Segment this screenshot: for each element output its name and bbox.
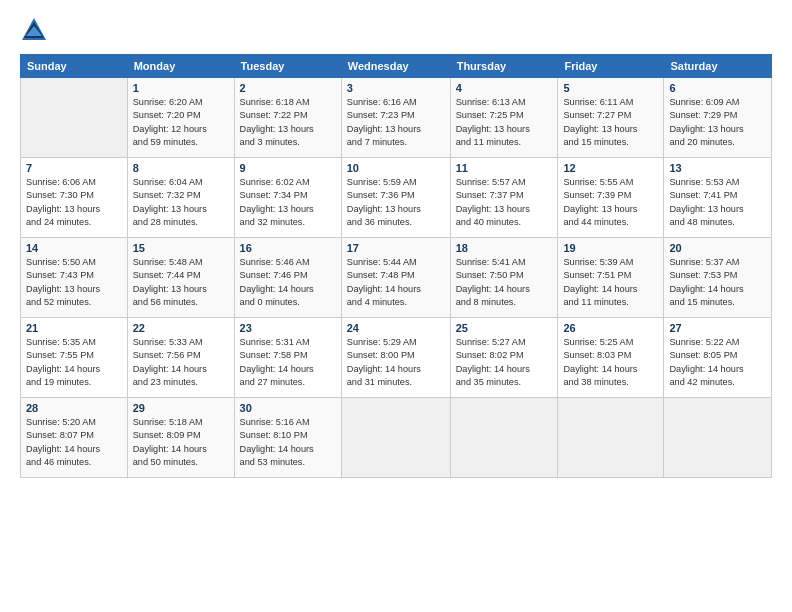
calendar-header-row: SundayMondayTuesdayWednesdayThursdayFrid…: [21, 55, 772, 78]
day-info: Sunrise: 6:11 AM Sunset: 7:27 PM Dayligh…: [563, 96, 658, 149]
calendar-cell: 17Sunrise: 5:44 AM Sunset: 7:48 PM Dayli…: [341, 238, 450, 318]
day-number: 6: [669, 82, 766, 94]
calendar-day-header: Saturday: [664, 55, 772, 78]
calendar-week-row: 7Sunrise: 6:06 AM Sunset: 7:30 PM Daylig…: [21, 158, 772, 238]
calendar-cell: [341, 398, 450, 478]
calendar-day-header: Wednesday: [341, 55, 450, 78]
day-number: 9: [240, 162, 336, 174]
day-number: 3: [347, 82, 445, 94]
day-number: 21: [26, 322, 122, 334]
page: SundayMondayTuesdayWednesdayThursdayFrid…: [0, 0, 792, 612]
day-info: Sunrise: 5:46 AM Sunset: 7:46 PM Dayligh…: [240, 256, 336, 309]
calendar-week-row: 14Sunrise: 5:50 AM Sunset: 7:43 PM Dayli…: [21, 238, 772, 318]
calendar-cell: 7Sunrise: 6:06 AM Sunset: 7:30 PM Daylig…: [21, 158, 128, 238]
calendar-day-header: Monday: [127, 55, 234, 78]
calendar-cell: 19Sunrise: 5:39 AM Sunset: 7:51 PM Dayli…: [558, 238, 664, 318]
day-number: 13: [669, 162, 766, 174]
day-number: 17: [347, 242, 445, 254]
calendar-cell: 30Sunrise: 5:16 AM Sunset: 8:10 PM Dayli…: [234, 398, 341, 478]
calendar-cell: 22Sunrise: 5:33 AM Sunset: 7:56 PM Dayli…: [127, 318, 234, 398]
day-number: 25: [456, 322, 553, 334]
calendar-cell: 18Sunrise: 5:41 AM Sunset: 7:50 PM Dayli…: [450, 238, 558, 318]
calendar-cell: 6Sunrise: 6:09 AM Sunset: 7:29 PM Daylig…: [664, 78, 772, 158]
day-info: Sunrise: 5:48 AM Sunset: 7:44 PM Dayligh…: [133, 256, 229, 309]
day-info: Sunrise: 5:29 AM Sunset: 8:00 PM Dayligh…: [347, 336, 445, 389]
calendar-cell: 16Sunrise: 5:46 AM Sunset: 7:46 PM Dayli…: [234, 238, 341, 318]
calendar-table: SundayMondayTuesdayWednesdayThursdayFrid…: [20, 54, 772, 478]
day-number: 2: [240, 82, 336, 94]
calendar-week-row: 21Sunrise: 5:35 AM Sunset: 7:55 PM Dayli…: [21, 318, 772, 398]
day-info: Sunrise: 5:33 AM Sunset: 7:56 PM Dayligh…: [133, 336, 229, 389]
day-number: 15: [133, 242, 229, 254]
day-number: 30: [240, 402, 336, 414]
day-info: Sunrise: 6:02 AM Sunset: 7:34 PM Dayligh…: [240, 176, 336, 229]
day-info: Sunrise: 6:16 AM Sunset: 7:23 PM Dayligh…: [347, 96, 445, 149]
calendar-day-header: Thursday: [450, 55, 558, 78]
calendar-week-row: 28Sunrise: 5:20 AM Sunset: 8:07 PM Dayli…: [21, 398, 772, 478]
calendar-cell: 10Sunrise: 5:59 AM Sunset: 7:36 PM Dayli…: [341, 158, 450, 238]
day-number: 14: [26, 242, 122, 254]
day-info: Sunrise: 5:59 AM Sunset: 7:36 PM Dayligh…: [347, 176, 445, 229]
calendar-day-header: Tuesday: [234, 55, 341, 78]
day-number: 1: [133, 82, 229, 94]
calendar-week-row: 1Sunrise: 6:20 AM Sunset: 7:20 PM Daylig…: [21, 78, 772, 158]
calendar-cell: 15Sunrise: 5:48 AM Sunset: 7:44 PM Dayli…: [127, 238, 234, 318]
calendar-cell: 20Sunrise: 5:37 AM Sunset: 7:53 PM Dayli…: [664, 238, 772, 318]
day-number: 16: [240, 242, 336, 254]
calendar-cell: [558, 398, 664, 478]
logo: [20, 16, 52, 44]
day-number: 7: [26, 162, 122, 174]
calendar-cell: 26Sunrise: 5:25 AM Sunset: 8:03 PM Dayli…: [558, 318, 664, 398]
day-info: Sunrise: 5:16 AM Sunset: 8:10 PM Dayligh…: [240, 416, 336, 469]
day-info: Sunrise: 6:06 AM Sunset: 7:30 PM Dayligh…: [26, 176, 122, 229]
day-number: 12: [563, 162, 658, 174]
day-number: 28: [26, 402, 122, 414]
day-info: Sunrise: 5:31 AM Sunset: 7:58 PM Dayligh…: [240, 336, 336, 389]
day-info: Sunrise: 6:20 AM Sunset: 7:20 PM Dayligh…: [133, 96, 229, 149]
calendar-cell: [664, 398, 772, 478]
calendar-cell: 14Sunrise: 5:50 AM Sunset: 7:43 PM Dayli…: [21, 238, 128, 318]
day-number: 22: [133, 322, 229, 334]
calendar-cell: 13Sunrise: 5:53 AM Sunset: 7:41 PM Dayli…: [664, 158, 772, 238]
day-info: Sunrise: 5:27 AM Sunset: 8:02 PM Dayligh…: [456, 336, 553, 389]
day-info: Sunrise: 5:41 AM Sunset: 7:50 PM Dayligh…: [456, 256, 553, 309]
calendar-cell: 12Sunrise: 5:55 AM Sunset: 7:39 PM Dayli…: [558, 158, 664, 238]
day-info: Sunrise: 5:44 AM Sunset: 7:48 PM Dayligh…: [347, 256, 445, 309]
calendar-cell: [21, 78, 128, 158]
day-info: Sunrise: 5:25 AM Sunset: 8:03 PM Dayligh…: [563, 336, 658, 389]
calendar-cell: 21Sunrise: 5:35 AM Sunset: 7:55 PM Dayli…: [21, 318, 128, 398]
day-number: 26: [563, 322, 658, 334]
day-info: Sunrise: 5:53 AM Sunset: 7:41 PM Dayligh…: [669, 176, 766, 229]
day-info: Sunrise: 5:57 AM Sunset: 7:37 PM Dayligh…: [456, 176, 553, 229]
calendar-cell: 9Sunrise: 6:02 AM Sunset: 7:34 PM Daylig…: [234, 158, 341, 238]
calendar-day-header: Sunday: [21, 55, 128, 78]
day-number: 18: [456, 242, 553, 254]
day-number: 4: [456, 82, 553, 94]
calendar-cell: 23Sunrise: 5:31 AM Sunset: 7:58 PM Dayli…: [234, 318, 341, 398]
day-number: 20: [669, 242, 766, 254]
day-info: Sunrise: 5:18 AM Sunset: 8:09 PM Dayligh…: [133, 416, 229, 469]
calendar-cell: 4Sunrise: 6:13 AM Sunset: 7:25 PM Daylig…: [450, 78, 558, 158]
day-info: Sunrise: 6:18 AM Sunset: 7:22 PM Dayligh…: [240, 96, 336, 149]
day-number: 8: [133, 162, 229, 174]
day-info: Sunrise: 6:09 AM Sunset: 7:29 PM Dayligh…: [669, 96, 766, 149]
calendar-cell: 2Sunrise: 6:18 AM Sunset: 7:22 PM Daylig…: [234, 78, 341, 158]
calendar-cell: 1Sunrise: 6:20 AM Sunset: 7:20 PM Daylig…: [127, 78, 234, 158]
day-info: Sunrise: 5:20 AM Sunset: 8:07 PM Dayligh…: [26, 416, 122, 469]
day-info: Sunrise: 5:35 AM Sunset: 7:55 PM Dayligh…: [26, 336, 122, 389]
day-number: 10: [347, 162, 445, 174]
day-info: Sunrise: 5:22 AM Sunset: 8:05 PM Dayligh…: [669, 336, 766, 389]
calendar-cell: 28Sunrise: 5:20 AM Sunset: 8:07 PM Dayli…: [21, 398, 128, 478]
day-info: Sunrise: 6:13 AM Sunset: 7:25 PM Dayligh…: [456, 96, 553, 149]
calendar-cell: 29Sunrise: 5:18 AM Sunset: 8:09 PM Dayli…: [127, 398, 234, 478]
day-info: Sunrise: 5:37 AM Sunset: 7:53 PM Dayligh…: [669, 256, 766, 309]
day-number: 24: [347, 322, 445, 334]
day-info: Sunrise: 5:39 AM Sunset: 7:51 PM Dayligh…: [563, 256, 658, 309]
header: [20, 16, 772, 44]
day-number: 11: [456, 162, 553, 174]
calendar-cell: 11Sunrise: 5:57 AM Sunset: 7:37 PM Dayli…: [450, 158, 558, 238]
day-number: 5: [563, 82, 658, 94]
day-info: Sunrise: 6:04 AM Sunset: 7:32 PM Dayligh…: [133, 176, 229, 229]
calendar-cell: 5Sunrise: 6:11 AM Sunset: 7:27 PM Daylig…: [558, 78, 664, 158]
day-info: Sunrise: 5:55 AM Sunset: 7:39 PM Dayligh…: [563, 176, 658, 229]
